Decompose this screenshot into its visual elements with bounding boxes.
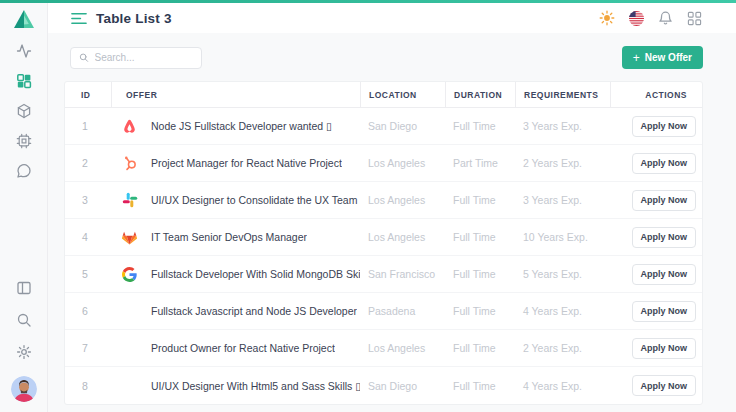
new-offer-button[interactable]: + New Offer [622, 46, 703, 69]
theme-toggle[interactable] [599, 10, 615, 26]
offer-location: San Diego [360, 380, 445, 392]
offer-title: Product Owner for React Native Project [151, 342, 335, 354]
offer-title: UI/UX Designer to Consolidate the UX Tea… [151, 194, 360, 206]
offer-location: Los Angeles [360, 342, 445, 354]
toolbar: + New Offer [48, 33, 736, 81]
hubspot-icon [122, 155, 138, 171]
offer-requirements: 4 Years Exp. [515, 380, 610, 392]
offer-requirements: 2 Years Exp. [515, 157, 610, 169]
google-icon [122, 267, 137, 282]
offer-title: Node JS Fullstack Developer wanted ▯ [151, 120, 332, 132]
sidebar-nav [16, 43, 32, 179]
offer-title: Fullstack Developer With Solid MongoDB S… [151, 268, 360, 280]
menu-toggle[interactable] [71, 10, 87, 26]
offer-title: Fullstack Javascript and Node JS Develop… [151, 305, 357, 317]
user-avatar[interactable] [11, 376, 37, 402]
brand-icon-slot [121, 340, 138, 357]
offer-duration: Full Time [445, 120, 515, 132]
chat-icon [16, 163, 32, 179]
brand-icon-slot [121, 303, 138, 320]
activity-icon [16, 43, 32, 59]
package-icon [16, 103, 32, 119]
row-id: 4 [65, 231, 111, 243]
dashboard-grid-icon [16, 73, 32, 89]
offer-requirements: 3 Years Exp. [515, 120, 610, 132]
table-row: 6 Fullstack Javascript and Node JS Devel… [65, 293, 702, 330]
offer-location: Pasadena [360, 305, 445, 317]
offer-location: San Diego [360, 120, 445, 132]
apply-now-button[interactable]: Apply Now [632, 190, 697, 211]
google-icon [121, 266, 138, 283]
table-row: 1 Node JS Fullstack Developer wanted ▯ S… [65, 108, 702, 145]
offer-location: San Francisco [360, 268, 445, 280]
sidebar [0, 3, 48, 412]
cpu-icon [16, 133, 32, 149]
app-switcher[interactable] [686, 10, 702, 26]
plus-icon: + [633, 52, 640, 64]
gitlab-icon [121, 229, 138, 246]
sidebar-bottom-nav [11, 280, 37, 412]
layout-sidebar-icon [16, 280, 32, 296]
sidebar-item-cpu[interactable] [16, 133, 32, 149]
apply-now-button[interactable]: Apply Now [632, 227, 697, 248]
airbnb-icon [121, 118, 138, 135]
topbar: Table List 3 [48, 3, 736, 33]
table-row: 3 UI/UX Designer to Consolidate the UX T… [65, 182, 702, 219]
offer-duration: Full Time [445, 268, 515, 280]
apply-now-button[interactable]: Apply Now [632, 264, 697, 285]
offers-table: ID OFFER LOCATION DURATION REQUIREMENTS … [64, 81, 703, 405]
offer-requirements: 4 Years Exp. [515, 305, 610, 317]
topbar-actions [599, 10, 702, 26]
sidebar-item-dashboard[interactable] [16, 73, 32, 89]
table-row: 2 Project Manager for React Native Proje… [65, 145, 702, 182]
search-input[interactable] [95, 52, 194, 63]
grid-icon [687, 11, 702, 26]
apply-now-button[interactable]: Apply Now [632, 301, 697, 322]
sidebar-item-search[interactable] [16, 312, 32, 328]
notifications-button[interactable] [657, 10, 673, 26]
search-box [70, 47, 202, 69]
offer-duration: Part Time [445, 157, 515, 169]
offer-title: Project Manager for React Native Project [151, 157, 342, 169]
table-body: 1 Node JS Fullstack Developer wanted ▯ S… [65, 108, 702, 404]
bell-icon [658, 10, 673, 26]
column-header-id: ID [65, 82, 111, 108]
column-header-location: LOCATION [360, 82, 445, 108]
sidebar-item-activity[interactable] [16, 43, 32, 59]
sidebar-item-package[interactable] [16, 103, 32, 119]
offer-requirements: 5 Years Exp. [515, 268, 610, 280]
page-title: Table List 3 [96, 11, 172, 26]
sidebar-item-layout[interactable] [16, 280, 32, 296]
offer-title: IT Team Senior DevOps Manager [151, 231, 307, 243]
new-offer-label: New Offer [645, 52, 692, 63]
apply-now-button[interactable]: Apply Now [632, 116, 697, 137]
offer-duration: Full Time [445, 231, 515, 243]
table-row: 5 Fullstack Developer With Solid MongoDB… [65, 256, 702, 293]
table-header: ID OFFER LOCATION DURATION REQUIREMENTS … [65, 82, 702, 108]
language-selector[interactable] [628, 10, 644, 26]
sidebar-item-chat[interactable] [16, 163, 32, 179]
offer-title: UI/UX Designer With Html5 and Sass Skill… [151, 380, 360, 392]
apply-now-button[interactable]: Apply Now [632, 153, 697, 174]
column-header-duration: DURATION [445, 82, 515, 108]
offer-location: Los Angeles [360, 231, 445, 243]
sun-icon [599, 10, 615, 26]
hubspot-icon [121, 155, 138, 172]
airbnb-icon [121, 118, 138, 135]
us-flag-icon [629, 11, 644, 26]
sidebar-item-settings[interactable] [16, 344, 32, 360]
offer-duration: Full Time [445, 305, 515, 317]
row-id: 7 [65, 342, 111, 354]
apply-now-button[interactable]: Apply Now [632, 338, 697, 359]
offer-duration: Full Time [445, 342, 515, 354]
row-id: 8 [65, 380, 111, 392]
app-logo[interactable] [0, 3, 47, 35]
row-id: 3 [65, 194, 111, 206]
search-icon [79, 52, 89, 63]
row-id: 6 [65, 305, 111, 317]
column-header-offer: OFFER [111, 82, 360, 108]
slack-icon [121, 192, 138, 209]
offer-location: Los Angeles [360, 157, 445, 169]
row-id: 5 [65, 268, 111, 280]
apply-now-button[interactable]: Apply Now [632, 375, 697, 396]
